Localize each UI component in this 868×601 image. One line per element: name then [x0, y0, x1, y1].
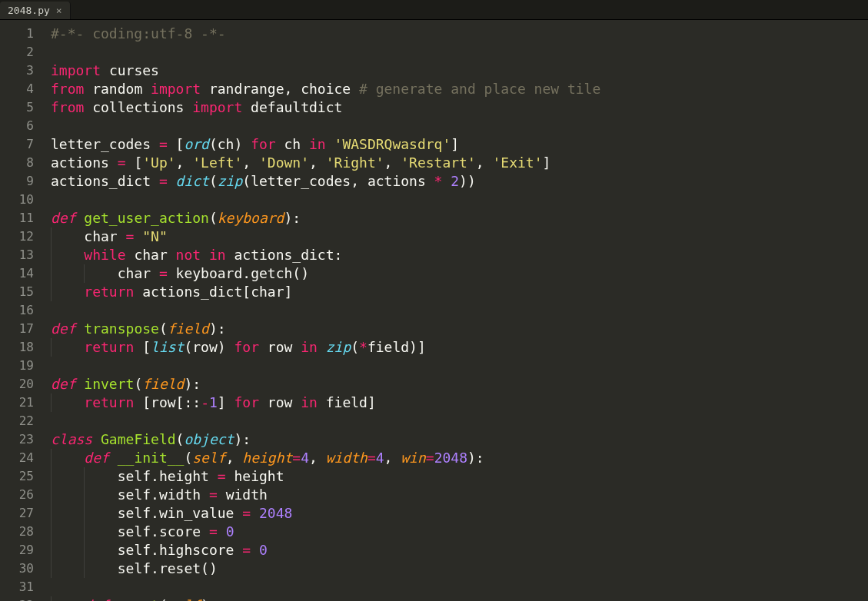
gutter-line-number: 15	[0, 283, 34, 301]
code-line[interactable]: class GameField(object):	[51, 430, 868, 449]
token-id	[251, 505, 259, 521]
token-pu: [	[134, 154, 142, 171]
gutter-line-number: 20	[0, 375, 34, 393]
code-line[interactable]: def transpose(field):	[51, 320, 868, 338]
code-line[interactable]: return actions_dict[char]	[51, 283, 868, 301]
token-kw: in	[209, 247, 226, 263]
code-line[interactable]	[51, 43, 868, 61]
code-line[interactable]: import curses	[51, 61, 868, 80]
gutter-line-number: 3	[0, 61, 34, 80]
token-id: row	[259, 394, 301, 410]
token-id	[76, 320, 85, 337]
code-line[interactable]: letter_codes = [ord(ch) for ch in 'WASDR…	[51, 135, 868, 154]
code-line[interactable]: def __init__(self, height=4, width=4, wi…	[51, 449, 868, 467]
token-kw: return	[84, 339, 134, 355]
code-line[interactable]: self.width = width	[51, 486, 868, 504]
close-icon[interactable]: ×	[56, 5, 62, 16]
token-pu: :	[334, 247, 343, 263]
gutter-line-number: 5	[0, 98, 34, 117]
token-pu: (	[159, 320, 168, 337]
code-line[interactable]: char = keyboard.getch()	[51, 264, 868, 283]
token-id: curses	[109, 62, 159, 78]
code-line[interactable]: while char not in actions_dict:	[51, 246, 868, 264]
token-id	[76, 210, 85, 226]
token-id	[134, 339, 142, 355]
token-id: height	[226, 468, 284, 484]
code-line[interactable]	[51, 578, 868, 596]
token-id	[134, 228, 142, 244]
token-kw-i: def	[51, 320, 76, 337]
token-pu: [	[176, 136, 185, 152]
token-pu: )	[284, 210, 292, 226]
code-line[interactable]: def reset(self):	[51, 596, 868, 601]
gutter-line-number: 22	[0, 412, 34, 430]
code-line[interactable]	[51, 191, 868, 209]
code-line[interactable]: self.reset()	[51, 559, 868, 578]
token-id	[101, 62, 109, 78]
token-pu: :	[218, 320, 226, 337]
token-pu: ,	[476, 154, 493, 171]
token-op: =	[242, 505, 251, 521]
code-line[interactable]: self.win_value = 2048	[51, 504, 868, 523]
token-pu: ]	[543, 154, 551, 171]
code-line[interactable]: def get_user_action(keyboard):	[51, 209, 868, 227]
gutter-line-number: 10	[0, 191, 34, 209]
gutter-line-number: 6	[0, 117, 34, 135]
token-kw-i: class	[51, 431, 92, 447]
token-id: collections	[84, 99, 192, 115]
token-pu: :	[476, 450, 484, 466]
token-id	[251, 542, 259, 558]
code-line[interactable]: def invert(field):	[51, 375, 868, 393]
code-line[interactable]: from random import randrange, choice # g…	[51, 80, 868, 98]
token-nu: 2	[451, 173, 459, 189]
token-c: #-*- coding:utf-8 -*-	[51, 25, 226, 42]
gutter-line-number: 32	[0, 596, 34, 601]
file-tab[interactable]: 2048.py ×	[0, 2, 71, 19]
token-id: letter_codes	[251, 173, 351, 189]
code-line[interactable]	[51, 357, 868, 375]
gutter-line-number: 1	[0, 25, 34, 43]
token-id: actions	[367, 173, 434, 189]
code-line[interactable]	[51, 301, 868, 320]
code-line[interactable]: #-*- coding:utf-8 -*-	[51, 25, 868, 43]
code-line[interactable]	[51, 412, 868, 430]
token-st: 'Restart'	[401, 154, 476, 171]
token-pu: (	[209, 173, 218, 189]
code-line[interactable]	[51, 117, 868, 135]
token-pu: ]	[367, 394, 376, 410]
code-line[interactable]: return [row[::-1] for row in field]	[51, 393, 868, 412]
code-line[interactable]: actions_dict = dict(zip(letter_codes, ac…	[51, 172, 868, 191]
gutter-line-number: 29	[0, 541, 34, 559]
token-id: defaultdict	[242, 99, 342, 115]
token-kw-i: def	[84, 597, 109, 601]
code-editor[interactable]: 1234567891011121314151617181920212223242…	[0, 20, 868, 601]
token-pu: .	[151, 468, 159, 484]
token-fn: transpose	[84, 320, 159, 337]
code-line[interactable]: actions = ['Up', 'Left', 'Down', 'Right'…	[51, 154, 868, 172]
gutter-line-number: 26	[0, 486, 34, 504]
token-kw: for	[234, 339, 259, 355]
code-line[interactable]: char = "N"	[51, 227, 868, 246]
token-pu: (	[184, 450, 192, 466]
token-st: 'Down'	[259, 154, 309, 171]
code-line[interactable]: self.score = 0	[51, 523, 868, 541]
token-id: highscore	[159, 542, 242, 558]
code-line[interactable]: self.height = height	[51, 467, 868, 486]
token-id: char	[126, 247, 176, 263]
code-line[interactable]: from collections import defaultdict	[51, 98, 868, 117]
token-id: reset	[159, 560, 201, 576]
code-area[interactable]: #-*- coding:utf-8 -*- import cursesfrom …	[42, 20, 868, 601]
token-id: actions_dict	[134, 284, 242, 300]
code-line[interactable]: self.highscore = 0	[51, 541, 868, 559]
code-line[interactable]: return [list(row) for row in zip(*field)…	[51, 338, 868, 357]
token-kw: import	[192, 99, 242, 115]
token-pa: field	[168, 320, 209, 337]
token-bi: dict	[176, 173, 209, 189]
token-id: height	[159, 468, 218, 484]
gutter-line-number: 23	[0, 430, 34, 449]
token-op: =	[118, 154, 126, 171]
token-pu: )	[467, 450, 476, 466]
token-op: =	[367, 450, 376, 466]
gutter-line-number: 7	[0, 135, 34, 154]
token-pu: [	[176, 394, 185, 410]
